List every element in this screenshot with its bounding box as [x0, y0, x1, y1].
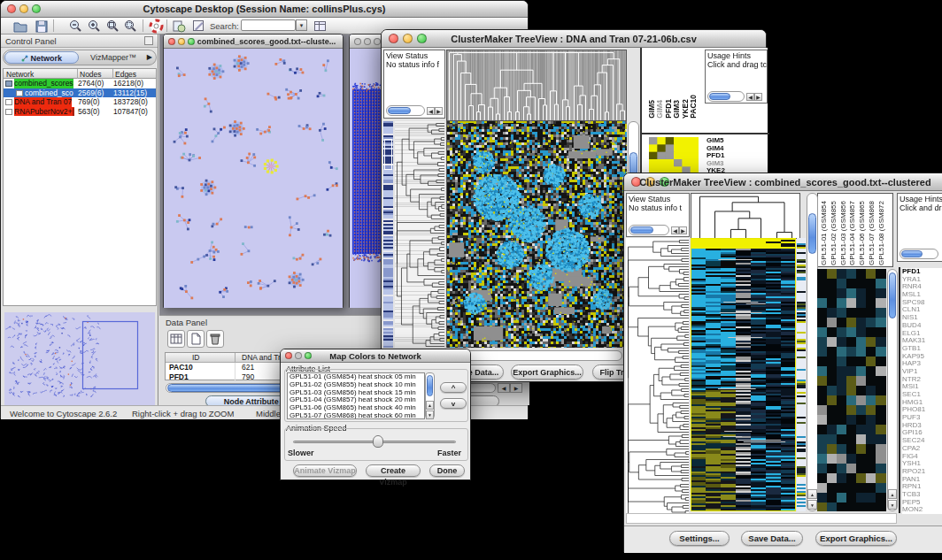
- network-view-window: combined_scores_good.txt--cluste...: [163, 34, 344, 308]
- scroll-down-arrow[interactable]: ▼: [426, 410, 434, 419]
- search-input[interactable]: [241, 19, 296, 31]
- zoom-in-icon[interactable]: [87, 19, 102, 34]
- scroll-right-arrow[interactable]: ▶: [435, 107, 443, 115]
- scroll-right-arrow[interactable]: ▶: [754, 93, 762, 101]
- doc-icon: [5, 99, 12, 105]
- scroll-down-arrow[interactable]: ▼: [807, 500, 817, 510]
- animate-vizmap-button[interactable]: Animate Vizmap: [293, 464, 357, 477]
- treeview2-title-bar[interactable]: ClusterMaker TreeView : combined_scores_…: [624, 173, 942, 191]
- tv1-column-dendrogram[interactable]: [446, 50, 627, 121]
- main-title-bar[interactable]: Cytoscape Desktop (Session Name: collins…: [1, 1, 528, 18]
- col-nodes: Nodes: [80, 70, 102, 79]
- zoom-out-icon[interactable]: [68, 19, 83, 34]
- slower-label: Slower: [288, 449, 314, 457]
- scroll-up-arrow[interactable]: ▲: [888, 489, 897, 499]
- create-vizmap-button[interactable]: Create Vizmap: [366, 464, 421, 477]
- search-options-icon[interactable]: [313, 19, 328, 34]
- network-list-row[interactable]: RNAPuberNov2+|563(0)107847(0): [4, 107, 156, 117]
- network-edges: 13112(15): [113, 88, 147, 98]
- tv2-detail-vscrollbar[interactable]: ▲ ▼: [887, 269, 898, 511]
- annotation-icon[interactable]: [191, 19, 206, 34]
- scroll-right-arrow[interactable]: ▶: [679, 226, 687, 234]
- network-nodes: 563(0): [78, 107, 100, 117]
- tv2-export-graphics-button[interactable]: Export Graphics...: [815, 531, 897, 546]
- network-list-row[interactable]: combined_scores2764(0)16218(0): [4, 79, 156, 88]
- attribute-list-scrollbar[interactable]: ▲ ▼: [425, 372, 435, 419]
- tv2-save-data-button[interactable]: Save Data...: [741, 531, 803, 546]
- scroll-left-arrow[interactable]: ◀: [746, 93, 754, 101]
- dialog-title-bar[interactable]: Map Colors to Network: [281, 349, 470, 363]
- view-status-title: View Status: [386, 51, 428, 60]
- tv2-column-dendrogram[interactable]: [691, 193, 800, 239]
- treeview2-title: ClusterMaker TreeView : combined_scores_…: [624, 177, 942, 188]
- scroll-left-arrow[interactable]: ◀: [498, 383, 510, 393]
- dialog-title: Map Colors to Network: [281, 351, 470, 361]
- tv1-row-dendrogram[interactable]: [395, 121, 444, 348]
- attribute-list-item[interactable]: GPL51-07 (GSM868) heat shock 60 min: [288, 412, 424, 419]
- scroll-right-arrow[interactable]: ▶: [510, 383, 522, 393]
- doc-icon: [5, 109, 12, 115]
- network-name: combined_scores: [14, 79, 73, 88]
- tv1-export-graphics-button[interactable]: Export Graphics...: [511, 364, 583, 380]
- tv2-column-label: GPL51-08 (GSM872: [877, 201, 885, 265]
- network-view-title-bar[interactable]: combined_scores_good.txt--cluste...: [164, 35, 343, 49]
- tab-overflow-arrow[interactable]: ▶: [147, 53, 152, 61]
- tv2-detail-heatmap[interactable]: [817, 269, 886, 511]
- help-lifering-icon[interactable]: [149, 19, 164, 34]
- tv1-global-overview[interactable]: [383, 121, 393, 348]
- doc-icon: [16, 90, 23, 96]
- panel-splitter[interactable]: [3, 308, 157, 311]
- tv1-hints-scrollbar[interactable]: [707, 91, 745, 102]
- scroll-down-arrow[interactable]: ▼: [888, 500, 897, 510]
- scroll-up-arrow[interactable]: ▲: [807, 489, 817, 499]
- tv2-hints-scrollbar[interactable]: [900, 249, 938, 259]
- scroll-left-arrow[interactable]: ◀: [671, 226, 679, 234]
- tv2-global-overview[interactable]: [797, 238, 806, 511]
- birdseye-view-canvas[interactable]: [4, 312, 155, 410]
- network-list-row[interactable]: DNA and Tran 07769(0)183728(0): [4, 97, 156, 107]
- move-up-button[interactable]: ^: [440, 382, 467, 393]
- tv2-hscrollbar[interactable]: [626, 513, 897, 524]
- network-list-row[interactable]: combined_sco2569(6)13112(15): [4, 88, 156, 98]
- new-attribute-icon[interactable]: [187, 330, 205, 348]
- tv2-button-bar: Settings... Save Data... Export Graphics…: [624, 525, 942, 553]
- tv2-row-dendrogram[interactable]: [626, 238, 689, 523]
- snapshot-icon[interactable]: [172, 19, 187, 34]
- zoom-fit-icon[interactable]: [105, 19, 120, 34]
- tab-network[interactable]: Network: [4, 51, 79, 64]
- tv2-status-scrollbar[interactable]: [629, 225, 669, 235]
- move-down-button[interactable]: v: [440, 398, 467, 409]
- network-name: combined_sco: [25, 88, 73, 98]
- data-panel-title: Data Panel: [166, 318, 207, 327]
- attribute-list[interactable]: GPL51-01 (GSM854) heat shock 05 minGPL51…: [287, 372, 425, 419]
- zoom-button[interactable]: [374, 38, 381, 45]
- toolbar-separator: [143, 19, 143, 32]
- network-canvas[interactable]: [164, 49, 343, 308]
- scroll-up-arrow[interactable]: ▲: [426, 401, 434, 410]
- treeview1-title-bar[interactable]: ClusterMaker TreeView : DNA and Tran 07-…: [382, 30, 766, 48]
- gene-label[interactable]: MON2: [902, 506, 942, 514]
- search-label: Search:: [210, 21, 239, 31]
- search-dropdown-button[interactable]: ▼: [296, 19, 307, 31]
- id-column-header[interactable]: ID: [192, 353, 200, 362]
- tv1-status-scrollbar[interactable]: [386, 105, 425, 116]
- usage-hints-text: Click and drag tc: [707, 60, 767, 69]
- save-icon[interactable]: [34, 19, 49, 34]
- done-button[interactable]: Done: [429, 464, 465, 477]
- tv1-heatmap[interactable]: [446, 121, 627, 348]
- tv2-heatmap[interactable]: [691, 238, 796, 511]
- float-panel-icon[interactable]: [144, 36, 153, 45]
- animation-speed-slider-thumb[interactable]: [373, 435, 383, 448]
- tv2-settings-button[interactable]: Settings...: [669, 531, 730, 546]
- attribute-table-icon[interactable]: [167, 330, 185, 348]
- tv2-column-label: GPL51-02 (GSM855: [830, 201, 838, 265]
- minimize-button[interactable]: [364, 38, 371, 45]
- close-button[interactable]: [354, 38, 361, 45]
- tv2-gene-list: PFD1YRA1RNR4MSL1SPC98CLN1NIS1BUD4ELG1MAK…: [902, 268, 942, 514]
- delete-attribute-icon[interactable]: [206, 330, 224, 348]
- open-folder-icon[interactable]: [12, 19, 27, 34]
- scroll-left-arrow[interactable]: ◀: [427, 107, 435, 115]
- tv2-column-label: GPL51-01 (GSM854: [820, 201, 828, 265]
- tab-vizmapper[interactable]: VizMapper™: [81, 51, 145, 64]
- zoom-selection-icon[interactable]: [123, 19, 138, 34]
